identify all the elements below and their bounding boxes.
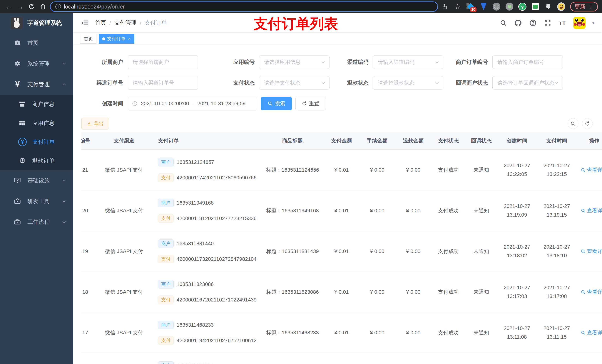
dashboard-icon xyxy=(13,39,22,47)
reset-button[interactable]: 重置 xyxy=(295,97,326,110)
download-icon xyxy=(87,121,92,126)
site-info-icon[interactable]: i xyxy=(55,4,61,10)
browser-update-button[interactable]: 更新 ⋮ xyxy=(570,2,598,11)
browser-home-button[interactable] xyxy=(39,2,47,11)
col-action: 操作 xyxy=(577,132,602,149)
pay-status-field[interactable] xyxy=(259,76,329,89)
sidebar-item-workflow[interactable]: 工作流程 xyxy=(0,212,73,232)
browser-profile-avatar[interactable] xyxy=(557,3,565,11)
fullscreen-icon[interactable] xyxy=(544,19,552,27)
extension-tasks-icon[interactable]: 10 xyxy=(466,3,475,11)
merchant-order-input[interactable] xyxy=(492,55,563,69)
merchant-no: 1635311949168 xyxy=(177,200,214,206)
command-icon: ⌘ xyxy=(493,3,500,10)
sidebar-item-app-info[interactable]: 应用信息 xyxy=(0,114,73,132)
address-bar[interactable]: i localhost:1024/pay/order xyxy=(50,1,438,12)
extension-command-icon[interactable]: ⌘ xyxy=(492,3,501,11)
hamburger-fold-icon[interactable] xyxy=(81,19,89,27)
time: 13:22:15 xyxy=(547,171,567,177)
browser-reload-button[interactable] xyxy=(27,2,36,11)
cell-create-time: 2021-10-2713:11:08 xyxy=(497,325,537,340)
extension-y-icon[interactable]: y xyxy=(518,3,527,11)
sidebar-item-home[interactable]: 首页 xyxy=(0,32,73,53)
merchant-no: 1635311468233 xyxy=(177,322,214,328)
pay-no: 4200001181202110277723215336 xyxy=(177,216,257,221)
breadcrumb-section[interactable]: 支付管理 xyxy=(114,19,136,27)
cell-pay-time: 2021-10-2713:17:08 xyxy=(537,284,577,300)
font-size-icon[interactable]: ᴛT xyxy=(559,19,567,27)
breadcrumb-separator: / xyxy=(109,20,111,26)
sidebar-item-infrastructure[interactable]: 基础设施 xyxy=(0,170,73,191)
pay-tag: 支付 xyxy=(158,336,174,345)
search-button-label: 搜索 xyxy=(275,100,285,107)
pay-tag: 支付 xyxy=(158,214,174,223)
merchant-order-field[interactable] xyxy=(493,56,563,69)
cell-action: 查看详情 xyxy=(577,329,602,336)
view-detail-label: 查看详情 xyxy=(587,207,602,214)
browser-back-button[interactable]: ← xyxy=(4,2,13,11)
cell-notify: 未通知 xyxy=(466,289,497,296)
sidebar-item-merchant-info[interactable]: 商户信息 xyxy=(0,95,73,114)
view-detail-link[interactable]: 查看详情 xyxy=(581,248,602,255)
github-icon[interactable] xyxy=(514,19,522,27)
channel-code-field[interactable] xyxy=(373,56,443,69)
date: 2021-10-27 xyxy=(544,162,570,169)
cell-status: 支付成功 xyxy=(431,329,466,336)
browser-forward-button[interactable]: → xyxy=(16,2,24,11)
channel-code-select[interactable] xyxy=(373,55,443,69)
search-icon[interactable] xyxy=(499,19,507,27)
help-icon[interactable] xyxy=(529,19,537,27)
sidebar-item-label: 退款订单 xyxy=(32,157,54,165)
pay-no: 4200001194202110276752100612 xyxy=(177,338,257,343)
sidebar-item-refund-order[interactable]: 退款订单 xyxy=(0,151,73,170)
view-detail-link[interactable]: 查看详情 xyxy=(581,329,602,336)
extension-chat-icon[interactable] xyxy=(531,3,539,11)
pay-status-select[interactable] xyxy=(259,76,330,90)
owner-input-field[interactable] xyxy=(128,56,198,69)
sidebar-item-payment[interactable]: ¥ 支付管理 xyxy=(0,74,73,95)
refresh-table-button[interactable] xyxy=(582,118,593,129)
date: 2021-10-27 xyxy=(544,203,570,209)
search-button[interactable]: 搜索 xyxy=(261,97,292,110)
sidebar-logo[interactable]: 芋道管理系统 xyxy=(0,13,73,32)
sidebar-item-label: 首页 xyxy=(27,39,39,47)
date-start: 2021-10-01 00:00:00 xyxy=(141,101,189,106)
tag-close-icon[interactable]: × xyxy=(128,36,131,42)
cell-title: 标题：1635311949168 xyxy=(261,207,324,214)
owner-input[interactable] xyxy=(128,55,198,69)
export-button[interactable]: 导出 xyxy=(81,118,109,129)
breadcrumb-home[interactable]: 首页 xyxy=(95,19,106,27)
extension-recorder-icon[interactable] xyxy=(505,3,514,11)
refund-status-field[interactable] xyxy=(373,76,443,89)
share-icon[interactable] xyxy=(441,3,449,11)
browser-menu-dots-icon[interactable]: ⋮ xyxy=(588,3,594,10)
dot-circle-icon xyxy=(505,3,513,10)
cell-pay-time: 2021-10-2713:22:15 xyxy=(537,162,577,177)
channel-order-input[interactable] xyxy=(128,76,198,90)
extensions-puzzle-icon[interactable] xyxy=(544,3,552,11)
sidebar-item-dev-tools[interactable]: 研发工具 xyxy=(0,191,73,212)
cell-action: 查看详情 xyxy=(577,166,602,174)
app-select-field[interactable] xyxy=(259,56,329,69)
user-avatar-pikachu[interactable] xyxy=(573,17,586,29)
toggle-search-button[interactable] xyxy=(568,118,578,129)
refund-status-select[interactable] xyxy=(373,76,443,90)
notify-status-select[interactable] xyxy=(492,76,563,90)
view-detail-link[interactable]: 查看详情 xyxy=(581,289,602,296)
app-select[interactable] xyxy=(259,55,330,69)
sidebar-item-pay-order[interactable]: ¥ 支付订单 xyxy=(0,132,73,151)
date-range-picker[interactable]: 2021-10-01 00:00:00 - 2021-10-31 23:59:5… xyxy=(128,97,257,110)
avatar-caret-icon[interactable]: ▾ xyxy=(592,20,595,26)
extension-badge: 10 xyxy=(470,7,476,12)
sidebar-item-system[interactable]: 系统管理 xyxy=(0,53,73,74)
channel-order-field[interactable] xyxy=(128,76,198,89)
view-detail-link[interactable]: 查看详情 xyxy=(581,207,602,214)
view-detail-link[interactable]: 查看详情 xyxy=(581,166,602,174)
notify-status-field[interactable] xyxy=(493,76,563,89)
extension-kite-icon[interactable] xyxy=(479,3,488,11)
tag-pay-order[interactable]: 支付订单 × xyxy=(99,34,134,44)
bookmark-star-icon[interactable]: ☆ xyxy=(453,3,462,11)
tag-home[interactable]: 首页 xyxy=(80,34,97,44)
cell-id: 17 xyxy=(81,330,94,336)
cell-pay-time: 2021-10-2713:18:10 xyxy=(537,244,577,259)
